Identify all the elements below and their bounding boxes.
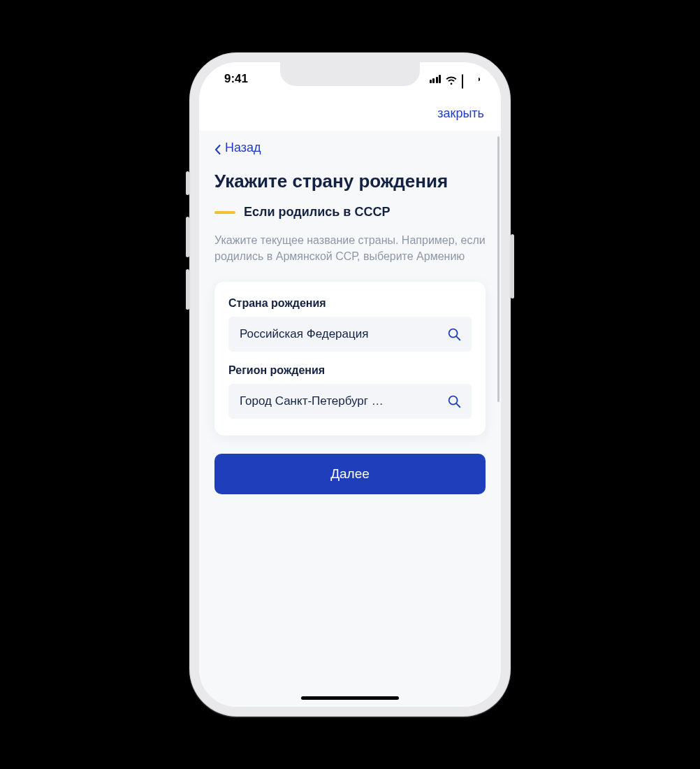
scrollbar-thumb[interactable] (497, 136, 500, 402)
svg-line-3 (456, 403, 460, 407)
notch (280, 62, 420, 86)
country-select[interactable]: Российская Федерация (228, 317, 472, 352)
country-label: Страна рождения (228, 297, 472, 310)
accent-bar (214, 211, 235, 214)
app-content: закрыть Назад Укажите страну рождения Ес… (199, 96, 501, 707)
screen: 9:41 закрыть (199, 62, 501, 707)
region-select[interactable]: Город Санкт-Петербург … (228, 384, 472, 419)
status-right (430, 75, 481, 84)
search-icon (446, 326, 462, 342)
back-button[interactable]: Назад (214, 141, 261, 155)
volume-up-button (186, 217, 189, 257)
subtitle-row: Если родились в СССР (214, 205, 486, 220)
wifi-icon (445, 75, 458, 84)
close-button[interactable]: закрыть (437, 106, 484, 121)
chevron-left-icon (214, 143, 221, 153)
country-field: Страна рождения Российская Федерация (228, 297, 472, 352)
battery-icon (462, 75, 480, 84)
back-label: Назад (225, 141, 261, 155)
status-time: 9:41 (224, 72, 248, 86)
country-value: Российская Федерация (240, 327, 368, 341)
topbar: закрыть (199, 96, 501, 131)
home-indicator[interactable] (301, 696, 399, 700)
region-field: Регион рождения Город Санкт-Петербург … (228, 364, 472, 419)
region-value: Город Санкт-Петербург … (240, 394, 384, 408)
region-label: Регион рождения (228, 364, 472, 377)
help-text: Укажите текущее название страны. Наприме… (214, 232, 486, 264)
next-button[interactable]: Далее (214, 454, 486, 494)
scroll-area[interactable]: Назад Укажите страну рождения Если родил… (199, 131, 501, 707)
volume-down-button (186, 269, 189, 310)
cellular-icon (430, 75, 442, 83)
form-card: Страна рождения Российская Федерация Рег… (214, 282, 486, 436)
mute-switch (186, 171, 189, 195)
power-button (511, 234, 514, 299)
page-title: Укажите страну рождения (214, 171, 486, 192)
page-subtitle: Если родились в СССР (244, 205, 390, 220)
phone-frame: 9:41 закрыть (189, 52, 511, 717)
search-icon (446, 394, 462, 409)
svg-line-1 (456, 336, 460, 340)
